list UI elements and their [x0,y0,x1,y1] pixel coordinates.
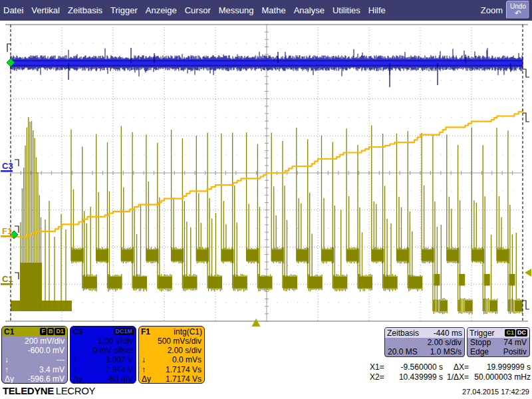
trace-label-underline [1,235,13,237]
badge-b: B [47,328,55,335]
f1-function-label: intg(C1) [174,327,202,336]
c1-row-label [5,346,13,355]
menu-item-trigger[interactable]: Trigger [110,5,138,15]
scope-svg[interactable]: C3F1C1 [0,21,532,327]
timebase-row-label [388,338,396,347]
badge-dc1m: DC1M [114,328,134,335]
c1-row: Δy-596.6 mV [2,374,67,384]
menu-item-datei[interactable]: Datei [3,5,23,15]
descriptor-f1[interactable]: F1 intg(C1) 500 mVs/div2.00 s/div↓0.0 mV… [138,326,205,384]
timebase-row-label: 20.0 MS [388,347,418,356]
f1-row-value: 1.7174 Vs [166,374,201,384]
brand-lecroy: LECROY [56,385,95,396]
descriptor-c3[interactable]: C3 DC1M 1.00 V/div0 mV offset↓3.007 V↑2.… [70,326,136,384]
c1-row-label: Δy [5,374,14,384]
trigger-panel[interactable]: Trigger C1DC Stopp74 mVEdgePositiv [467,327,530,357]
c3-row: 1.00 V/div [70,336,136,346]
f1-row-label: Δy [142,374,151,384]
c1-row-label [5,336,13,346]
c3-row-value: 2.944 V [106,365,133,374]
c3-row: Δy-63 mV [70,374,136,384]
badge-dc: DC [516,329,527,336]
c3-title: C3 [72,327,82,336]
c1-row-value: 200 mV/div [25,336,65,346]
timebase-title: Zeitbasis [387,329,419,338]
f1-title: F1 [141,327,150,336]
menu-bar: DateiVertikalZeitbasisTriggerAnzeigeCurs… [0,0,532,21]
badge-c1: C1 [505,329,515,336]
c3-row-label: ↑ [73,365,81,374]
x2-value: 10.439999 s [390,372,443,382]
timebase-rows: 2.00 s/div20.0 MS1.0 MS/s [385,338,464,356]
trigger-title: Trigger [469,329,495,338]
f1-rows: 500 mVs/div2.00 s/div↓0.0 mVs↑1.7174 VsΔ… [139,336,204,384]
c1-row-value: -600.0 mV [28,346,65,355]
menu-item-zoom[interactable]: Zoom [481,5,503,15]
trigger-row-label: Edge [470,347,489,356]
invdx-value: 50.000003 mHz [471,372,531,382]
f1-row-label: ↓ [142,355,150,364]
menu-item-zeitbasis[interactable]: Zeitbasis [68,5,102,15]
timebase-row: 20.0 MS1.0 MS/s [385,347,464,356]
descriptor-c1[interactable]: C1 FBD1 200 mV/div-600.0 mV↓---↑3.4 mVΔy… [1,326,68,384]
menu-item-hilfe[interactable]: Hilfe [368,5,386,15]
c3-row-label [73,336,81,346]
f1-row-value: 2.00 s/div [168,346,201,355]
badge-d1: D1 [55,328,65,335]
undo-button[interactable]: Undo ↶ [506,1,530,19]
trigger-row-value: Positiv [503,347,527,356]
trace-label-c3[interactable]: C3 [2,161,13,171]
trigger-panel-header: Trigger C1DC [467,328,529,338]
f1-row-label: ↑ [142,365,150,374]
menu-item-anzeige[interactable]: Anzeige [146,5,177,15]
descriptor-c1-header: C1 FBD1 [2,327,67,336]
c3-row-value: 3.007 V [106,355,133,364]
menu-item-mathe[interactable]: Mathe [261,5,285,15]
trigger-row-value: 74 mV [503,338,527,347]
waveform-area[interactable]: C3F1C1 [0,21,532,327]
brand-logo: TELEDYNELECROY [3,385,95,396]
footer: TELEDYNELECROY 27.04.2015 17:42:29 [0,384,532,399]
c3-badges: DC1M [114,328,134,335]
menu-item-cursor[interactable]: Cursor [185,5,211,15]
trace-label-underline [1,283,13,285]
descriptor-f1-header: F1 intg(C1) [139,327,204,336]
trace-label-f1[interactable]: F1 [2,226,12,236]
c1-row-value: --- [57,355,65,364]
c3-row: 0 mV offset [70,346,136,355]
menu-item-analyse[interactable]: Analyse [294,5,325,15]
badge-f: F [40,328,47,335]
x1-label: X1= [370,362,390,372]
menu-item-vertikal[interactable]: Vertikal [31,5,60,15]
c1-row-value: 3.4 mV [39,365,65,374]
f1-row: Δy1.7174 Vs [139,374,204,384]
menu-item-utilities[interactable]: Utilities [332,5,360,15]
trigger-rows: Stopp74 mVEdgePositiv [467,338,529,356]
c1-row-value: -596.6 mV [28,374,65,384]
invdx-label: 1/ΔX= [443,372,471,382]
timebase-row-value: 1.0 MS/s [430,347,462,356]
trigger-time-marker[interactable] [252,319,261,327]
c1-row-label: ↑ [5,365,13,374]
trace-label-c1[interactable]: C1 [2,274,13,284]
f1-row: ↑1.7174 Vs [139,365,204,374]
f1-row: ↓0.0 mVs [139,355,204,364]
trigger-level-marker[interactable] [525,269,531,277]
trigger-row-label: Stopp [470,338,491,347]
f1-row-label [142,346,150,355]
timebase-panel[interactable]: Zeitbasis -440 ms 2.00 s/div20.0 MS1.0 M… [384,327,465,357]
menu-items: DateiVertikalZeitbasisTriggerAnzeigeCurs… [0,0,532,21]
c3-rows: 1.00 V/div0 mV offset↓3.007 V↑2.944 VΔy-… [70,336,136,384]
trace-label-underline [1,170,13,172]
c1-row: ↓--- [2,355,67,364]
brand-teledyne: TELEDYNE [3,385,54,396]
dx-label: ΔX= [443,362,471,372]
c1-row: -600.0 mV [2,346,67,355]
menu-item-messung[interactable]: Messung [219,5,254,15]
c3-row-value: -63 mV [107,374,133,384]
trigger-row: EdgePositiv [467,347,529,356]
c3-row-label [73,346,81,355]
c1-row-label: ↓ [5,355,13,364]
f1-row-value: 0.0 mVs [172,355,201,364]
c3-row-value: 0 mV offset [93,346,133,355]
